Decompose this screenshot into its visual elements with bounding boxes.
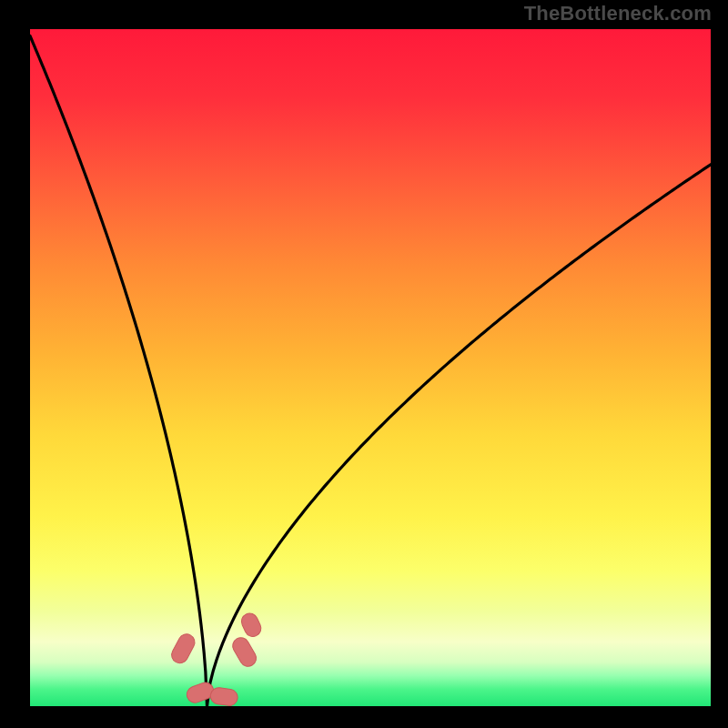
svg-rect-4 xyxy=(238,611,263,639)
svg-rect-3 xyxy=(229,634,258,669)
outer-frame: TheBottleneck.com xyxy=(0,0,728,728)
data-marker xyxy=(209,687,238,706)
chart-svg xyxy=(30,29,711,706)
watermark-text: TheBottleneck.com xyxy=(524,2,712,25)
svg-rect-0 xyxy=(168,632,197,666)
svg-rect-2 xyxy=(209,687,238,706)
plot-area xyxy=(30,29,711,706)
data-marker xyxy=(229,634,258,669)
data-marker xyxy=(238,611,263,639)
data-marker xyxy=(168,632,197,666)
bottleneck-curve xyxy=(30,35,711,706)
